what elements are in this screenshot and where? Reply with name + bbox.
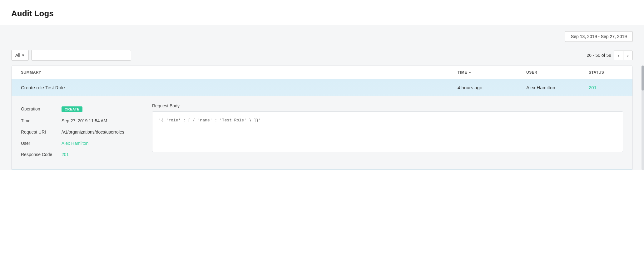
detail-time-label: Time [21, 118, 62, 123]
toolbar: Sep 13, 2019 - Sep 27, 2019 [0, 25, 644, 50]
col-time: TIME ▼ [454, 66, 523, 79]
pagination-info: 26 - 50 of 58 [587, 53, 611, 58]
detail-response-label: Response Code [21, 152, 62, 157]
operation-badge: CREATE [62, 106, 82, 112]
search-input[interactable] [31, 50, 131, 61]
scrollbar-thumb[interactable] [642, 66, 644, 91]
next-page-button[interactable]: › [623, 51, 633, 60]
filter-left: All ▼ [11, 50, 131, 61]
detail-time-row: Time Sep 27, 2019 11:54 AM [21, 115, 140, 126]
request-body-label: Request Body [152, 103, 623, 108]
detail-uri-label: Request URI [21, 130, 62, 135]
sort-arrow-icon[interactable]: ▼ [468, 71, 472, 74]
detail-operation-row: Operation CREATE [21, 103, 140, 115]
prev-page-button[interactable]: ‹ [614, 51, 623, 60]
audit-row-summary: Create role Test Role 4 hours ago Alex H… [12, 79, 632, 96]
table-container: SUMMARY TIME ▼ USER STATUS Create role T… [11, 66, 633, 170]
detail-uri-row: Request URI /v1/organizations/docs/userr… [21, 126, 140, 138]
detail-operation-label: Operation [21, 106, 62, 111]
detail-user-row: User Alex Hamilton [21, 138, 140, 149]
page-title: Audit Logs [11, 9, 633, 18]
row-status: 201 [586, 79, 626, 96]
detail-user-value[interactable]: Alex Hamilton [62, 141, 88, 146]
detail-response-row: Response Code 201 [21, 149, 140, 160]
page-header: Audit Logs [0, 0, 644, 25]
filter-dropdown[interactable]: All ▼ [11, 50, 29, 61]
detail-user-label: User [21, 141, 62, 146]
col-user: USER [523, 66, 586, 79]
filter-arrow-icon: ▼ [22, 53, 25, 57]
detail-panel: Operation CREATE Time Sep 27, 2019 11:54… [12, 96, 632, 169]
detail-right: Request Body '{ 'role' : [ { 'name' : 'T… [152, 103, 623, 160]
row-summary: Create role Test Role [18, 79, 454, 96]
page-wrapper: Audit Logs Sep 13, 2019 - Sep 27, 2019 A… [0, 0, 644, 274]
scrollbar-track[interactable] [642, 66, 644, 170]
content-area: Sep 13, 2019 - Sep 27, 2019 All ▼ 26 - 5… [0, 25, 644, 170]
toolbar-right: Sep 13, 2019 - Sep 27, 2019 [565, 31, 633, 46]
filter-label: All [15, 53, 20, 58]
audit-row-expanded[interactable]: Create role Test Role 4 hours ago Alex H… [12, 79, 632, 170]
request-body-box: '{ 'role' : [ { 'name' : 'Test Role' } ]… [152, 111, 623, 152]
audit-log-table: SUMMARY TIME ▼ USER STATUS Create role T… [0, 66, 644, 170]
table-header: SUMMARY TIME ▼ USER STATUS [12, 66, 632, 79]
detail-left: Operation CREATE Time Sep 27, 2019 11:54… [21, 103, 140, 160]
filter-right: 26 - 50 of 58 ‹ › [587, 51, 633, 60]
date-range-button[interactable]: Sep 13, 2019 - Sep 27, 2019 [565, 31, 633, 42]
detail-response-value: 201 [62, 152, 69, 157]
row-user: Alex Hamilton [523, 79, 586, 96]
col-status: STATUS [586, 66, 626, 79]
row-time: 4 hours ago [454, 79, 523, 96]
col-summary: SUMMARY [18, 66, 454, 79]
detail-time-value: Sep 27, 2019 11:54 AM [62, 118, 107, 123]
detail-uri-value: /v1/organizations/docs/userroles [62, 130, 124, 135]
